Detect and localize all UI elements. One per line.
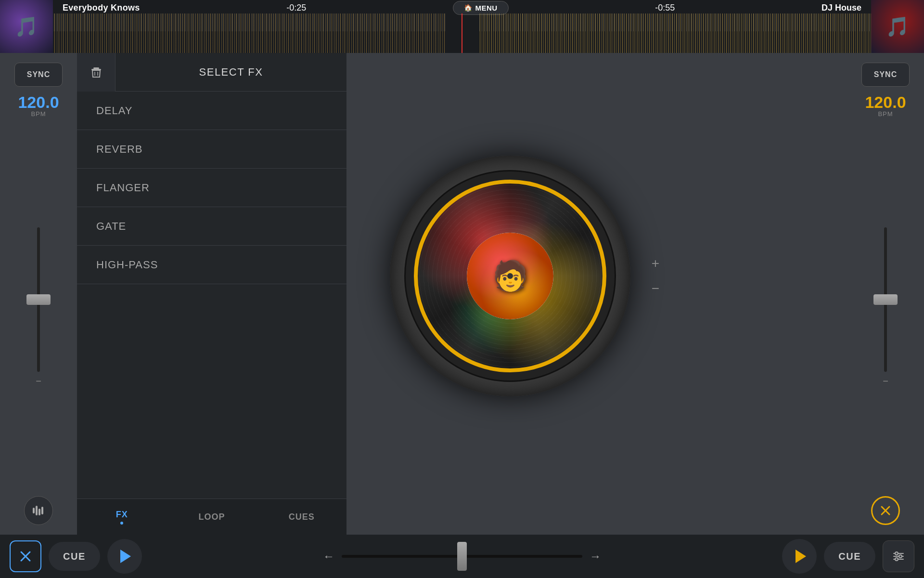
svg-rect-2: [38, 509, 40, 515]
bpm-value-left: 120.0: [18, 94, 59, 110]
svg-rect-1: [36, 506, 38, 515]
turntable-wrapper: 🧑 + −: [390, 156, 630, 396]
play-icon-right: [796, 550, 806, 563]
fx-item-label-flanger: FLANGER: [96, 182, 150, 194]
tab-loop[interactable]: LOOP: [167, 499, 257, 535]
svg-point-17: [895, 558, 898, 561]
bpm-value-right: 120.0: [865, 94, 906, 110]
fader-container-left: −: [36, 125, 41, 489]
playhead-line: [462, 13, 462, 53]
crossfader-arrow-left[interactable]: ←: [323, 550, 334, 563]
right-panel: SYNC 120.0 BPM −: [847, 53, 924, 535]
crossfader-track[interactable]: [342, 555, 582, 558]
fx-item-label-delay: DELAY: [96, 105, 133, 117]
crossfader-arrow-right[interactable]: →: [590, 550, 601, 563]
fx-menu: SELECT FX DELAY REVERB FLANGER GATE HIGH…: [77, 53, 346, 535]
fx-delete-button[interactable]: [77, 53, 116, 92]
tab-fx-dot: [120, 522, 123, 525]
bottom-bar: CUE ← → CUE: [0, 535, 924, 578]
tab-fx[interactable]: FX: [77, 499, 167, 535]
tab-cues-label: CUES: [289, 512, 315, 522]
turntable-controls: + −: [652, 256, 659, 296]
settings-button[interactable]: [883, 540, 914, 572]
svg-rect-0: [33, 508, 35, 513]
fader-minus-right: −: [883, 376, 888, 387]
fx-item-highpass[interactable]: HIGH-PASS: [77, 246, 346, 284]
left-panel: SYNC 120.0 BPM −: [0, 53, 77, 535]
right-album-art[interactable]: 🎵: [871, 0, 924, 53]
fx-header: SELECT FX: [77, 53, 346, 92]
fx-item-flanger[interactable]: FLANGER: [77, 169, 346, 207]
cue-button-right[interactable]: CUE: [824, 542, 875, 571]
fx-item-reverb[interactable]: REVERB: [77, 130, 346, 169]
time-left: -0:25: [286, 3, 306, 13]
crossfader-handle[interactable]: [457, 542, 467, 571]
fader-handle-right[interactable]: [873, 294, 898, 305]
fx-item-label-gate: GATE: [96, 220, 126, 233]
track-title-right: DJ House: [821, 3, 861, 13]
play-button-left[interactable]: [107, 539, 142, 574]
tab-loop-label: LOOP: [199, 512, 225, 522]
crossfader-section: ← →: [149, 550, 775, 563]
play-button-right[interactable]: [782, 539, 817, 574]
waveform-right: [478, 13, 871, 53]
vinyl-center-dot: [507, 273, 513, 279]
fader-track-right[interactable]: [884, 227, 887, 372]
waveform-left: [53, 13, 446, 53]
main-content: SYNC 120.0 BPM −: [0, 53, 924, 535]
tab-fx-label: FX: [116, 510, 128, 520]
svg-point-16: [899, 555, 902, 558]
track-title-left: Everybody Knows: [63, 3, 140, 13]
fader-container-right: −: [883, 125, 888, 489]
time-right: -0:55: [655, 3, 675, 13]
top-bar: 🎵 Everybody Knows -0:25 🏠 MENU -0:55 DJ …: [0, 0, 924, 53]
home-icon: 🏠: [464, 4, 473, 12]
top-bar-center: Everybody Knows -0:25 🏠 MENU -0:55 DJ Ho…: [53, 0, 871, 53]
fx-tabs: FX LOOP CUES: [77, 499, 346, 535]
waveform-canvas: [53, 13, 871, 53]
waveform-area[interactable]: [53, 13, 871, 53]
left-album-art[interactable]: 🎵: [0, 0, 53, 53]
tab-cues[interactable]: CUES: [257, 499, 346, 535]
fx-item-label-highpass: HIGH-PASS: [96, 259, 158, 271]
svg-rect-5: [93, 67, 99, 69]
bpm-display-left: 120.0 BPM: [18, 94, 59, 118]
left-art-icon: 🎵: [14, 15, 38, 38]
vinyl-record[interactable]: 🧑: [414, 180, 606, 372]
eq-button-left[interactable]: [24, 496, 53, 525]
play-icon-left: [120, 550, 131, 563]
fader-handle-left[interactable]: [26, 294, 51, 305]
pitch-minus-button[interactable]: −: [652, 281, 659, 296]
fader-track-left[interactable]: [37, 227, 40, 372]
svg-point-15: [895, 552, 898, 555]
turntable[interactable]: 🧑: [390, 156, 630, 396]
fader-minus-left: −: [36, 376, 41, 387]
cue-button-left[interactable]: CUE: [49, 542, 100, 571]
svg-rect-3: [41, 507, 43, 514]
fx-item-label-reverb: REVERB: [96, 143, 142, 156]
close-button-right[interactable]: [871, 496, 900, 525]
menu-button[interactable]: 🏠 MENU: [453, 1, 509, 15]
center-panel: 🧑 + −: [77, 53, 847, 535]
pitch-plus-button[interactable]: +: [652, 256, 659, 271]
sync-button-left[interactable]: SYNC: [14, 63, 63, 87]
turntable-inner-ring: 🧑: [404, 170, 616, 382]
fx-item-gate[interactable]: GATE: [77, 207, 346, 246]
bpm-label-left: BPM: [18, 110, 59, 118]
bpm-label-right: BPM: [865, 110, 906, 118]
close-button-left[interactable]: [10, 540, 41, 572]
fx-item-delay[interactable]: DELAY: [77, 92, 346, 130]
top-bar-titles: Everybody Knows -0:25 🏠 MENU -0:55 DJ Ho…: [53, 0, 871, 13]
fx-select-label: SELECT FX: [116, 66, 346, 79]
bpm-display-right: 120.0 BPM: [865, 94, 906, 118]
right-art-icon: 🎵: [886, 15, 910, 38]
sync-button-right[interactable]: SYNC: [861, 63, 910, 87]
